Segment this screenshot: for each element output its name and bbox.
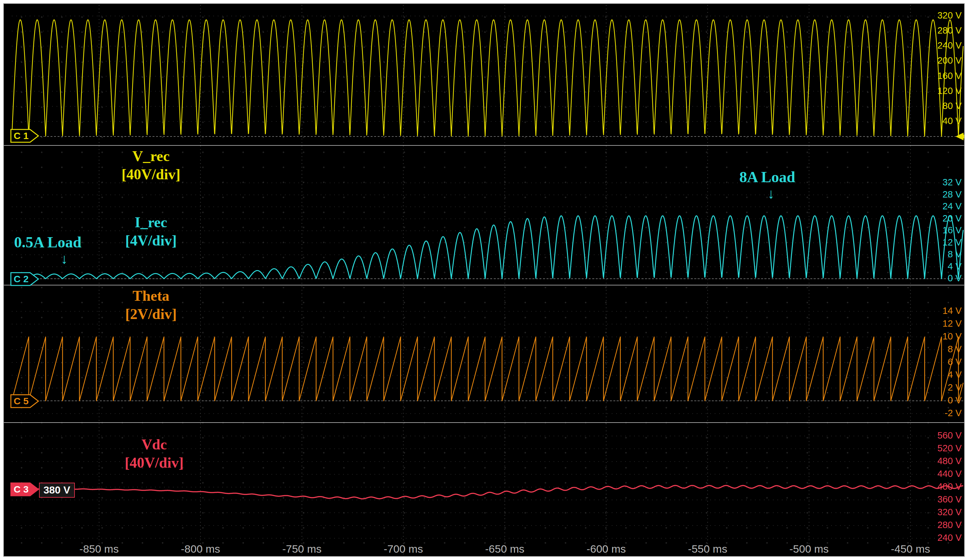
channel-badge-c2[interactable]: C 2 (10, 272, 40, 286)
badge-label: C 5 (14, 396, 29, 406)
badge-label: C 2 (14, 274, 29, 284)
time-tick-label: -500 ms (782, 543, 836, 555)
c3-trace-label: Vdc [40V/div] (100, 435, 209, 472)
oscilloscope-screenshot-page: { "colors": { "background": "#000000", "… (0, 0, 968, 560)
y-tick-label-c1: 200 V (918, 55, 961, 66)
y-tick-label-c5: 10 V (918, 331, 961, 342)
c5-trace-scale: [2V/div] (96, 305, 205, 323)
y-tick-label-c3: 560 V (918, 430, 961, 441)
y-tick-label-c2: 12 V (918, 237, 961, 248)
down-arrow-icon: ↓ (61, 252, 68, 267)
y-tick-label-c2: 0 V (918, 273, 961, 284)
y-tick-label-c1: 240 V (918, 40, 961, 51)
y-tick-label-c2: 16 V (918, 225, 961, 236)
channel-badge-c1[interactable]: C 1 (10, 129, 40, 143)
y-tick-label-c1: 280 V (918, 25, 961, 36)
c2-trace-label: I_rec [4V/div] (96, 213, 205, 249)
time-tick-label: -550 ms (681, 543, 735, 555)
y-tick-label-c2: 32 V (918, 177, 961, 188)
down-arrow-icon: ↓ (767, 187, 774, 202)
y-tick-label-c3: 480 V (918, 456, 961, 466)
y-tick-label-c5: 14 V (918, 306, 961, 316)
y-tick-label-c2: 20 V (918, 213, 961, 224)
c1-trace-scale: [40V/div] (96, 165, 205, 183)
channel-badge-c3[interactable]: C 3 (10, 482, 40, 497)
y-tick-label-c1: 80 V (918, 101, 961, 111)
y-tick-label-c5: 4 V (918, 370, 961, 380)
y-tick-label-c5: 12 V (918, 318, 961, 329)
waveform-canvas (4, 4, 964, 556)
time-tick-label: -800 ms (173, 543, 228, 555)
c5-trace-name: Theta (96, 287, 205, 305)
y-tick-label-c3: 520 V (918, 443, 961, 454)
annotation-high-load: 8A Load (739, 168, 795, 186)
y-tick-label-c5: 0 V (918, 395, 961, 406)
badge-label: C 3 (14, 484, 29, 494)
y-tick-label-c3: 440 V (918, 469, 961, 479)
c3-trace-name: Vdc (100, 435, 209, 454)
y-tick-label-c1: 160 V (918, 71, 961, 81)
time-tick-label: -850 ms (72, 543, 126, 555)
time-tick-label: -650 ms (477, 543, 532, 555)
c3-offset-readout[interactable]: 380 V (39, 482, 75, 498)
y-tick-label-c5: 8 V (918, 344, 961, 355)
y-tick-label-c2: 8 V (918, 249, 961, 259)
badge-label: C 1 (14, 131, 29, 141)
c1-trace-label: V_rec [40V/div] (96, 147, 205, 183)
time-tick-label: -450 ms (883, 543, 938, 555)
c3-trace-scale: [40V/div] (100, 454, 209, 472)
y-tick-label-c1: 120 V (918, 86, 961, 96)
y-tick-label-c3: 360 V (918, 494, 961, 505)
y-tick-label-c2: 28 V (918, 189, 961, 200)
y-tick-label-c1: 320 V (918, 10, 961, 21)
time-tick-label: -750 ms (275, 543, 329, 555)
y-tick-label-c3: 400 V (918, 481, 961, 492)
y-tick-label-c5: 2 V (918, 382, 961, 393)
y-tick-label-c3: 320 V (918, 507, 961, 517)
annotation-low-load: 0.5A Load (14, 233, 81, 251)
y-tick-label-c5: -2 V (918, 408, 961, 418)
y-tick-label-c1: 40 V (918, 116, 961, 126)
channel-badge-c5[interactable]: C 5 (10, 394, 40, 408)
y-tick-label-c3: 280 V (918, 520, 961, 530)
time-tick-label: -700 ms (376, 543, 431, 555)
y-tick-label-c2: 4 V (918, 261, 961, 272)
scope-display: V_rec [40V/div] I_rec [4V/div] Theta [2V… (3, 3, 965, 557)
y-tick-label-c3: 240 V (918, 532, 961, 543)
y-tick-label-c5: 6 V (918, 357, 961, 367)
c2-trace-scale: [4V/div] (96, 231, 205, 249)
y-tick-label-c2: 24 V (918, 201, 961, 211)
time-tick-label: -600 ms (579, 543, 633, 555)
c2-trace-name: I_rec (96, 213, 205, 231)
c5-trace-label: Theta [2V/div] (96, 287, 205, 323)
c1-trace-name: V_rec (96, 147, 205, 165)
